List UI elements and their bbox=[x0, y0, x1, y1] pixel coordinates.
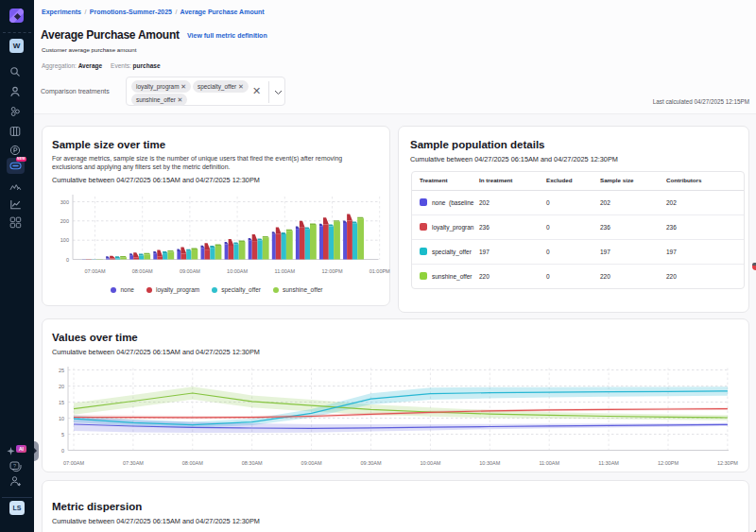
svg-text:12:00PM: 12:00PM bbox=[658, 460, 679, 466]
svg-text:12:00PM: 12:00PM bbox=[321, 268, 342, 274]
svg-text:07:30AM: 07:30AM bbox=[123, 460, 144, 466]
svg-text:01:00PM: 01:00PM bbox=[369, 268, 390, 274]
svg-text:300: 300 bbox=[60, 199, 69, 205]
svg-text:12:30PM: 12:30PM bbox=[717, 460, 738, 466]
svg-text:100: 100 bbox=[60, 237, 69, 243]
svg-text:07:00AM: 07:00AM bbox=[84, 268, 105, 274]
svg-text:07:00AM: 07:00AM bbox=[63, 460, 84, 466]
svg-text:09:00AM: 09:00AM bbox=[180, 268, 200, 274]
svg-text:08:00AM: 08:00AM bbox=[132, 268, 153, 274]
svg-text:10:00AM: 10:00AM bbox=[227, 268, 248, 274]
svg-text:11:30AM: 11:30AM bbox=[598, 460, 619, 466]
svg-text:08:00AM: 08:00AM bbox=[182, 460, 203, 466]
svg-text:09:30AM: 09:30AM bbox=[360, 460, 381, 466]
svg-text:25: 25 bbox=[59, 368, 64, 373]
svg-text:?: ? bbox=[13, 463, 16, 469]
svg-text:10:00AM: 10:00AM bbox=[420, 460, 440, 466]
svg-text:5: 5 bbox=[61, 432, 64, 438]
svg-text:0: 0 bbox=[66, 257, 69, 263]
svg-text:10: 10 bbox=[59, 416, 64, 421]
svg-text:09:00AM: 09:00AM bbox=[301, 460, 322, 466]
svg-text:0: 0 bbox=[61, 448, 64, 454]
svg-text:10:30AM: 10:30AM bbox=[479, 460, 500, 466]
svg-text:08:30AM: 08:30AM bbox=[242, 460, 263, 466]
svg-text:20: 20 bbox=[59, 384, 64, 389]
svg-text:15: 15 bbox=[59, 400, 64, 405]
svg-text:200: 200 bbox=[60, 218, 69, 224]
svg-text:11:00AM: 11:00AM bbox=[274, 268, 295, 274]
svg-text:11:00AM: 11:00AM bbox=[539, 460, 559, 466]
